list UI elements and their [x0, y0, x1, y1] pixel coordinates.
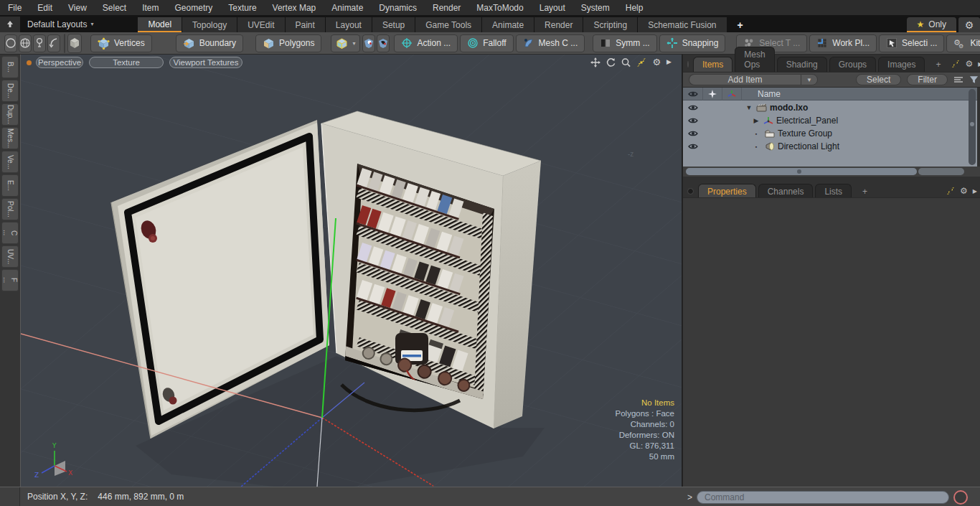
ellipse-tool-button[interactable] [4, 34, 17, 52]
kits-button[interactable]: ⚙⚙ Kits [946, 34, 980, 52]
menu-maxtomodo[interactable]: MaxToModo [468, 0, 531, 16]
render-column-header[interactable] [703, 88, 722, 100]
menu-geometry[interactable]: Geometry [167, 0, 221, 16]
viewport-state-dot-icon[interactable] [27, 60, 32, 65]
menu-texture[interactable]: Texture [220, 0, 264, 16]
boundary-mode-button[interactable]: Boundary [176, 34, 243, 52]
panel-expand-icon[interactable]: ▶ [973, 188, 977, 195]
tab-model[interactable]: Model [138, 17, 182, 32]
menu-dynamics[interactable]: Dynamics [371, 0, 425, 16]
left-tab-uv[interactable]: UV... [1, 245, 19, 268]
left-tab-mesh[interactable]: Mes... [1, 127, 19, 149]
eye-icon[interactable] [688, 130, 698, 137]
tab-items[interactable]: Items [693, 57, 732, 72]
vertices-mode-button[interactable]: Vertices [90, 34, 152, 52]
tab-shading[interactable]: Shading [777, 57, 827, 72]
eye-icon[interactable] [688, 143, 698, 150]
snapping-button[interactable]: Snapping [659, 34, 726, 52]
zoom-icon[interactable] [621, 57, 631, 67]
sphere-tool-button[interactable] [19, 34, 32, 52]
tab-images[interactable]: Images [878, 57, 925, 72]
viewport-projection-button[interactable]: Perspective [36, 57, 83, 68]
tab-animate[interactable]: Animate [482, 17, 534, 32]
tab-channels[interactable]: Channels [758, 184, 814, 199]
items-mode-dropdown[interactable]: ▾ [331, 34, 360, 52]
polygons-mode-button[interactable]: Polygons [255, 34, 321, 52]
menu-system[interactable]: System [573, 0, 618, 16]
viewport-shading-button[interactable]: Texture [89, 57, 164, 68]
paint-mask-button-2[interactable] [377, 34, 390, 52]
viewport-gear-icon[interactable]: ⚙ [652, 57, 661, 67]
viewport-expand-icon[interactable]: ▶ [666, 57, 672, 67]
left-tab-fusion[interactable]: F ... [1, 269, 19, 291]
only-toggle-button[interactable]: ★ Only [907, 17, 956, 32]
menu-layout[interactable]: Layout [532, 0, 573, 16]
select-button[interactable]: Select [856, 74, 901, 85]
symmetry-button[interactable]: Symm ... [593, 34, 656, 52]
tree-collapse-arrow[interactable]: ▼ [745, 104, 753, 111]
left-tab-basic[interactable]: B... [1, 56, 19, 78]
tab-properties[interactable]: Properties [698, 184, 756, 199]
eye-icon[interactable] [688, 117, 698, 124]
panel-grip-icon[interactable] [687, 61, 689, 67]
left-tab-vertex[interactable]: Ve... [1, 151, 19, 173]
add-layout-tab-button[interactable]: + [727, 17, 753, 32]
menu-animate[interactable]: Animate [324, 0, 371, 16]
macro-record-button[interactable] [953, 490, 968, 505]
eye-icon[interactable] [688, 104, 698, 111]
tab-topology[interactable]: Topology [182, 17, 237, 32]
tab-setup[interactable]: Setup [372, 17, 415, 32]
item-selection-mode-button[interactable] [67, 34, 82, 53]
layout-preset-dropdown[interactable]: Default Layouts ▾ [20, 16, 100, 32]
tree-row-scene[interactable]: ▼ modo.lxo [683, 101, 977, 114]
tab-uvedit[interactable]: UVEdit [237, 17, 284, 32]
rotate-icon[interactable] [606, 57, 616, 67]
menu-vertex-map[interactable]: Vertex Map [265, 0, 324, 16]
add-panel-tab-button[interactable]: + [854, 184, 876, 199]
visibility-column-header[interactable] [683, 88, 703, 100]
add-item-dropdown[interactable]: Add Item ▼ [689, 74, 818, 85]
filter-button[interactable]: Filter [907, 74, 948, 85]
menu-file[interactable]: File [0, 0, 29, 16]
mesh-constraint-button[interactable]: Mesh C ... [516, 34, 585, 52]
layout-switcher-button[interactable] [0, 17, 20, 32]
menu-render[interactable]: Render [425, 0, 468, 16]
menu-help[interactable]: Help [618, 0, 651, 16]
falloff-button[interactable]: Falloff [460, 34, 513, 52]
add-panel-tab-button[interactable]: + [927, 57, 949, 72]
menu-select[interactable]: Select [95, 0, 134, 16]
paint-mask-button-1[interactable] [362, 34, 375, 52]
layout-settings-button[interactable]: ⚙ [958, 17, 980, 32]
menu-view[interactable]: View [60, 0, 95, 16]
list-options-icon[interactable] [953, 75, 963, 84]
left-tab-deform[interactable]: De... [1, 80, 19, 102]
left-tab-polygon[interactable]: Pol... [1, 198, 19, 220]
pan-icon[interactable] [590, 57, 600, 67]
maximize-icon[interactable] [636, 57, 646, 67]
name-column-header[interactable]: Name [758, 89, 781, 99]
tab-schematic-fusion[interactable]: Schematic Fusion [638, 17, 726, 32]
selection-sets-button[interactable]: Selecti ... [879, 34, 944, 52]
tab-groups[interactable]: Groups [829, 57, 876, 72]
command-input[interactable] [697, 491, 949, 504]
panel-gear-icon[interactable]: ⚙ [960, 186, 968, 196]
tree-row-texture-group[interactable]: ▪ Texture Group [683, 127, 977, 140]
bend-tool-button[interactable] [47, 34, 60, 52]
tree-row-mesh[interactable]: ▶ Electrical_Panel [683, 114, 977, 127]
funnel-filter-icon[interactable] [969, 75, 979, 84]
tab-layout[interactable]: Layout [326, 17, 372, 32]
panel-grip-icon[interactable] [687, 188, 694, 195]
tab-mesh-ops[interactable]: Mesh Ops [735, 47, 774, 72]
left-tab-duplicate[interactable]: Dup... [1, 103, 19, 126]
menu-edit[interactable]: Edit [29, 0, 60, 16]
item-list-vscrollbar[interactable] [969, 89, 976, 165]
left-tab-curves[interactable]: C ... [1, 222, 19, 244]
tree-row-light[interactable]: ▪ Directional Light [683, 140, 977, 153]
viewport-textures-button[interactable]: Viewport Textures [169, 57, 242, 68]
maximize-icon[interactable] [946, 187, 955, 195]
left-tab-edge[interactable]: E... [1, 174, 19, 197]
action-center-button[interactable]: Action ... [394, 34, 458, 52]
axes-column-header[interactable] [722, 88, 742, 100]
3d-viewport[interactable]: Y X Z -z Perspective Texture Viewport Te… [20, 55, 682, 487]
tab-lists[interactable]: Lists [815, 184, 852, 199]
